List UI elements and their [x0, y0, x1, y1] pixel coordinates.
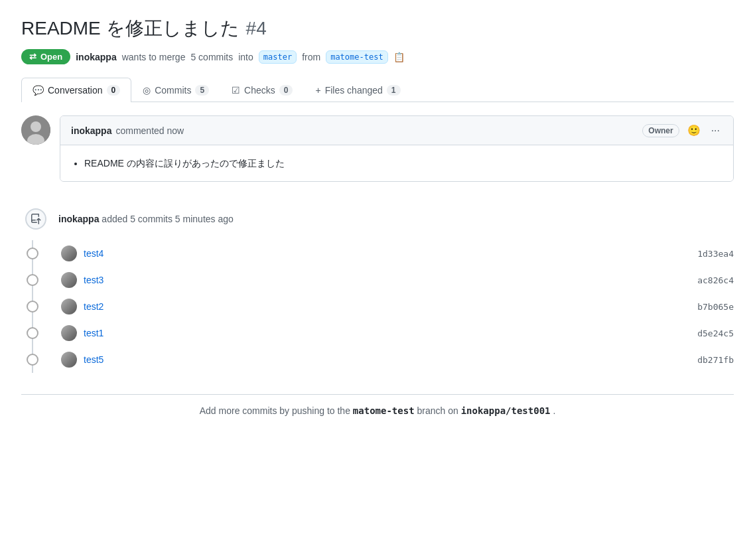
commit-avatar-3 [61, 325, 77, 341]
pr-into-label: into [238, 52, 253, 62]
commit-avatar-2 [61, 299, 77, 315]
commits-event-author[interactable]: inokappa [58, 214, 99, 224]
status-label: Open [40, 52, 62, 62]
commit-name-3[interactable]: test1 [84, 328, 103, 338]
timeline: inokappa added 5 commits 5 minutes ago t… [21, 208, 734, 373]
conversation-tab-count: 0 [107, 85, 121, 96]
commits-event-description: added 5 commits 5 minutes ago [102, 214, 233, 224]
pr-title: README を修正しました #4 [21, 16, 734, 41]
commit-row-3: test1 d5e24c5 [61, 320, 734, 346]
commit-hash-1[interactable]: ac826c4 [697, 275, 734, 285]
checks-tab-count: 0 [279, 85, 293, 96]
footer-text-middle: branch on [417, 405, 460, 416]
avatar-image [21, 115, 50, 145]
commit-left-4: test5 [61, 352, 103, 368]
commit-left-3: test1 [61, 325, 103, 341]
push-icon-svg [31, 214, 41, 224]
comment-body: README の内容に誤りがあったので修正ました [60, 145, 733, 181]
emoji-button[interactable]: 🙂 [685, 123, 703, 138]
push-icon-circle [25, 208, 46, 230]
commit-avatar-0 [61, 245, 77, 261]
commit-hash-3[interactable]: d5e24c5 [697, 328, 734, 338]
pr-action: wants to merge [122, 52, 186, 62]
commits-tab-count: 5 [195, 85, 209, 96]
files-tab-count: 1 [387, 85, 401, 96]
pr-title-text: README を修正しました [21, 16, 240, 41]
commit-hash-0[interactable]: 1d33ea4 [697, 249, 734, 259]
commit-hash-4[interactable]: db271fb [697, 355, 734, 365]
footer-note: Add more commits by pushing to the matom… [21, 394, 734, 416]
svg-point-1 [31, 121, 41, 132]
tab-conversation[interactable]: 💬 Conversation 0 [21, 78, 131, 102]
comment-box: inokappa commented now Owner 🙂 ··· READM… [60, 115, 734, 182]
commit-left-2: test2 [61, 299, 103, 315]
pr-author[interactable]: inokappa [76, 52, 116, 62]
commit-name-1[interactable]: test3 [84, 275, 103, 285]
comment-section: inokappa commented now Owner 🙂 ··· READM… [21, 115, 734, 182]
owner-badge: Owner [642, 124, 679, 137]
checks-tab-label: Checks [244, 85, 275, 96]
commit-avatar-4 [61, 352, 77, 368]
spacer [21, 208, 50, 230]
footer-text-before: Add more commits by pushing to the [200, 405, 350, 416]
footer-branch: matome-test [353, 405, 415, 416]
tab-commits[interactable]: ◎ Commits 5 [131, 78, 220, 102]
pr-meta: ⇄ Open inokappa wants to merge 5 commits… [21, 49, 734, 64]
pr-number: #4 [246, 18, 267, 39]
commits-tab-label: Commits [155, 85, 191, 96]
commit-row-0: test4 1d33ea4 [61, 240, 734, 267]
conversation-content: inokappa commented now Owner 🙂 ··· READM… [21, 115, 734, 416]
commits-list: test4 1d33ea4 test3 ac826c4 test2 b7b065… [61, 240, 734, 373]
conversation-tab-label: Conversation [48, 85, 103, 96]
commenter-name[interactable]: inokappa [71, 125, 111, 136]
tab-checks[interactable]: ☑ Checks 0 [220, 78, 304, 102]
files-tab-icon: + [315, 85, 320, 96]
comment-text: README の内容に誤りがあったので修正ました [84, 156, 722, 171]
avatar [21, 115, 50, 145]
commits-added-event: inokappa added 5 commits 5 minutes ago [21, 208, 734, 230]
comment-time: commented now [115, 125, 184, 136]
pr-commit-count: 5 commits [190, 52, 233, 62]
commit-row-2: test2 b7b065e [61, 293, 734, 320]
pr-from-label: from [302, 52, 320, 62]
commit-name-4[interactable]: test5 [84, 354, 103, 365]
tabs-bar: 💬 Conversation 0 ◎ Commits 5 ☑ Checks 0 … [21, 78, 734, 102]
commit-name-0[interactable]: test4 [84, 248, 103, 259]
commits-event-text: inokappa added 5 commits 5 minutes ago [58, 214, 234, 224]
commits-tab-icon: ◎ [143, 85, 151, 96]
comment-header-left: inokappa commented now [71, 125, 184, 136]
avatar-svg [21, 115, 50, 145]
footer-repo: inokappa/test001 [461, 405, 551, 416]
tab-files-changed[interactable]: + Files changed 1 [304, 78, 411, 102]
status-badge: ⇄ Open [21, 49, 70, 64]
copy-icon[interactable]: 📋 [393, 52, 405, 62]
commit-hash-2[interactable]: b7b065e [697, 302, 734, 312]
commit-row-4: test5 db271fb [61, 346, 734, 373]
checks-tab-icon: ☑ [232, 85, 240, 96]
status-icon: ⇄ [29, 52, 36, 62]
commit-row-1: test3 ac826c4 [61, 267, 734, 293]
head-branch[interactable]: matome-test [326, 50, 387, 64]
comment-header-right: Owner 🙂 ··· [642, 123, 722, 138]
base-branch[interactable]: master [259, 50, 297, 64]
commit-name-2[interactable]: test2 [84, 301, 103, 312]
conversation-tab-icon: 💬 [33, 85, 44, 96]
commit-avatar-1 [61, 272, 77, 288]
files-tab-label: Files changed [325, 85, 383, 96]
comment-header: inokappa commented now Owner 🙂 ··· [60, 116, 733, 145]
more-options-button[interactable]: ··· [709, 123, 722, 138]
commit-left-0: test4 [61, 245, 103, 261]
commit-left-1: test3 [61, 272, 103, 288]
footer-text-after: . [553, 405, 555, 416]
